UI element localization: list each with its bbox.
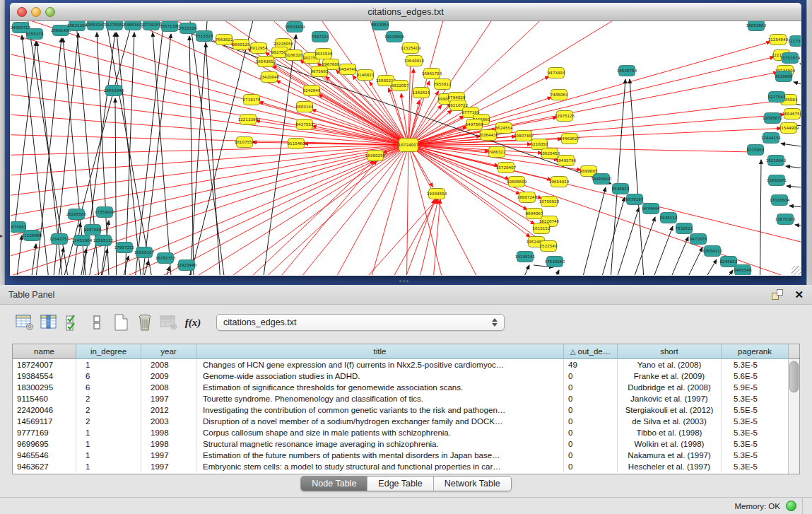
graph-node[interactable]: 10688609: [507, 177, 527, 187]
graph-node[interactable]: 17359928: [95, 207, 115, 218]
cell-year[interactable]: 2008: [141, 382, 196, 393]
cell-title[interactable]: Estimation of the future numbers of pati…: [196, 450, 564, 461]
graph-node[interactable]: 16033809: [285, 22, 305, 33]
graph-node[interactable]: 11254849: [768, 35, 789, 45]
graph-node[interactable]: 19384554: [427, 189, 447, 199]
cell-in_degree[interactable]: 2: [76, 404, 141, 416]
graph-node[interactable]: 3624554: [495, 123, 513, 134]
graph-node[interactable]: 10653247: [86, 21, 106, 30]
cell-name[interactable]: 19384554: [13, 370, 76, 382]
column-header-title[interactable]: title: [196, 344, 564, 359]
graph-node[interactable]: 18831304: [67, 21, 88, 31]
graph-node[interactable]: 18724007: [399, 139, 419, 152]
window-resize-grip[interactable]: [792, 266, 801, 275]
panel-splitter-handle[interactable]: [397, 280, 410, 284]
graph-node[interactable]: 9474444: [642, 204, 660, 214]
function-builder-button[interactable]: f(x): [182, 313, 204, 332]
graph-node[interactable]: 9146821: [357, 70, 375, 81]
cell-name[interactable]: 9699695: [13, 438, 76, 450]
cell-pagerank[interactable]: 5.3E-5: [722, 461, 789, 472]
graph-node[interactable]: 7632621: [676, 223, 693, 234]
cell-short[interactable]: de Silva et al. (2003): [618, 416, 722, 427]
cell-out_de[interactable]: 0: [564, 450, 618, 461]
cell-out_de[interactable]: 0: [564, 404, 618, 416]
cell-short[interactable]: Jankovic et al. (1997): [618, 393, 722, 404]
graph-node[interactable]: 16648784: [617, 66, 637, 76]
column-header-pagerank[interactable]: pagerank: [722, 344, 789, 359]
tab-node-table[interactable]: Node Table: [301, 477, 367, 491]
cell-pagerank[interactable]: 5.9E-5: [722, 382, 789, 393]
cell-name[interactable]: 9777169: [13, 427, 76, 438]
cell-year[interactable]: 1997: [141, 393, 196, 404]
graph-node[interactable]: 2522540: [540, 241, 558, 252]
graph-node[interactable]: 9529966: [775, 71, 793, 82]
graph-node[interactable]: 2718176: [243, 95, 261, 105]
graph-node[interactable]: 12342757: [49, 234, 70, 245]
graph-node[interactable]: 12923448: [177, 260, 197, 271]
graph-node[interactable]: 2935114: [660, 213, 678, 223]
table-selector-dropdown[interactable]: citations_edges.txt: [216, 314, 505, 331]
graph-node[interactable]: 8186328: [286, 50, 303, 61]
cell-name[interactable]: 9465546: [13, 450, 76, 461]
graph-node[interactable]: 7485063: [551, 90, 568, 100]
graph-node[interactable]: 16961758: [422, 69, 442, 79]
cell-short[interactable]: Yano et al. (2008): [618, 359, 722, 370]
graph-node[interactable]: 7986322: [488, 147, 506, 158]
column-header-year[interactable]: year: [141, 344, 196, 359]
graph-node[interactable]: 6466160: [124, 21, 142, 30]
cell-title[interactable]: Embryonic stem cells: a model to study s…: [196, 461, 564, 472]
cell-in_degree[interactable]: 6: [76, 370, 141, 382]
graph-node[interactable]: 18107554: [235, 137, 255, 148]
graph-node[interactable]: 17016504: [770, 195, 790, 206]
graph-node[interactable]: 10719155: [141, 21, 162, 30]
cell-short[interactable]: Nakamura et al. (1997): [618, 450, 722, 461]
graph-node[interactable]: 10958107: [134, 247, 155, 258]
network-canvas[interactable]: 1872400776638229660128891295423226058982…: [11, 21, 801, 275]
graph-node[interactable]: 1362615: [413, 88, 430, 98]
graph-node[interactable]: 7955812: [434, 79, 452, 90]
table-mode-button[interactable]: [14, 313, 35, 332]
graph-node[interactable]: 9660128: [233, 40, 250, 50]
graph-node[interactable]: 17534260: [545, 257, 565, 267]
float-panel-icon[interactable]: [772, 289, 783, 300]
graph-node[interactable]: 16046756: [782, 109, 801, 119]
graph-node[interactable]: 9831546: [315, 49, 333, 59]
graph-node[interactable]: 14136141: [515, 252, 536, 262]
delete-column-button[interactable]: [134, 313, 155, 332]
cell-in_degree[interactable]: 1: [76, 427, 141, 438]
graph-node[interactable]: 15751074: [780, 53, 801, 64]
cell-out_de[interactable]: 0: [564, 427, 618, 438]
graph-node[interactable]: 6879197: [626, 194, 644, 205]
close-panel-icon[interactable]: ✕: [794, 289, 804, 300]
graph-node[interactable]: 11544909: [779, 123, 799, 134]
cell-out_de[interactable]: 0: [564, 382, 618, 393]
graph-node[interactable]: 8454749: [339, 64, 357, 75]
graph-node[interactable]: 12213384: [238, 115, 259, 125]
table-row[interactable]: 946554611997Estimation of the future num…: [13, 450, 789, 461]
graph-node[interactable]: 10807487: [514, 131, 534, 141]
collapsed-right-panel[interactable]: [806, 0, 812, 285]
graph-node[interactable]: 9473493: [548, 68, 565, 78]
column-header-short[interactable]: short: [618, 344, 722, 359]
graph-node[interactable]: 12325419: [401, 43, 421, 54]
cell-title[interactable]: Changes of HCN gene expression and I(f) …: [196, 359, 564, 370]
table-row[interactable]: 969969511998Structural magnetic resonanc…: [13, 438, 789, 450]
cell-pagerank[interactable]: 5.3E-5: [722, 393, 789, 404]
cell-pagerank[interactable]: 5.3E-5: [722, 416, 789, 427]
tab-network-table[interactable]: Network Table: [434, 477, 511, 491]
graph-node[interactable]: 9245652: [720, 257, 738, 267]
graph-node[interactable]: 19218506: [384, 32, 405, 42]
graph-node[interactable]: 6497568: [466, 119, 483, 130]
cell-out_de[interactable]: 0: [564, 461, 618, 472]
graph-node[interactable]: 12095872: [763, 113, 782, 124]
graph-node[interactable]: 15720407: [496, 163, 517, 173]
expand-panel-arrow-icon[interactable]: ▸: [0, 233, 3, 239]
graph-node[interactable]: 7515526: [196, 31, 213, 42]
zoom-traffic-light-icon[interactable]: [45, 7, 55, 17]
cell-short[interactable]: Wolkin et al. (1998): [618, 438, 722, 450]
cell-pagerank[interactable]: 5.3E-5: [722, 359, 789, 370]
tab-edge-table[interactable]: Edge Table: [367, 477, 433, 491]
cell-year[interactable]: 2012: [141, 404, 196, 416]
scrollbar-thumb[interactable]: [789, 361, 799, 392]
cell-in_degree[interactable]: 6: [76, 382, 141, 393]
